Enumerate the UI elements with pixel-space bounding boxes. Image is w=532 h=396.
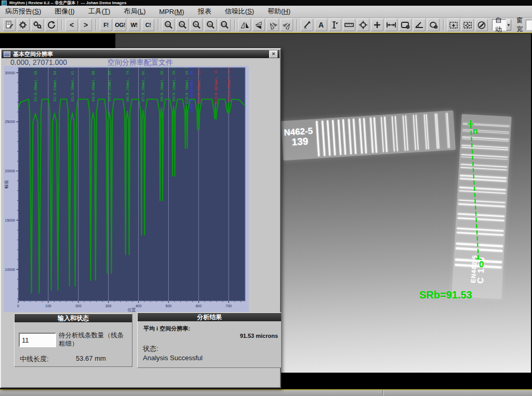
gear-run-icon bbox=[19, 20, 28, 30]
point-button[interactable] bbox=[370, 18, 384, 32]
zoom-3x-button[interactable]: 3x bbox=[190, 18, 203, 32]
menu-item-5[interactable]: 报表 bbox=[198, 7, 211, 16]
gauge-wire bbox=[342, 119, 346, 155]
svg-text:幅值: 幅值 bbox=[4, 180, 9, 188]
gauge-wire bbox=[381, 117, 384, 152]
svg-text:iSRb(0.09153mm), 20.0: iSRb(0.09153mm), 20.0 bbox=[190, 66, 194, 113]
window-preset-dropdown[interactable]: 自动 bbox=[492, 19, 506, 31]
angle-measure-button[interactable] bbox=[413, 18, 426, 32]
w-flag-label: W! bbox=[129, 22, 139, 28]
svg-text:15000: 15000 bbox=[5, 219, 16, 222]
flip-horizontal-icon bbox=[240, 21, 250, 30]
zoom-2x-button[interactable]: 2x bbox=[176, 18, 189, 32]
svg-text:700: 700 bbox=[225, 304, 232, 308]
svg-text:600: 600 bbox=[195, 304, 202, 308]
rotate-right-button[interactable] bbox=[280, 18, 294, 32]
gauge-wire bbox=[359, 118, 363, 154]
reset-button[interactable] bbox=[45, 18, 58, 32]
og-flag-button[interactable]: OG! bbox=[113, 18, 127, 32]
menu-item-7[interactable]: 帮助(H) bbox=[268, 7, 290, 16]
zoom-1to1-button[interactable]: 1:1 bbox=[218, 18, 231, 32]
cursor-coordinate-readout: 0.000, 27071.000 bbox=[10, 58, 67, 66]
gauge-wire bbox=[405, 115, 408, 151]
rectangle-roi-icon: i bbox=[401, 21, 410, 30]
svg-text:3x: 3x bbox=[194, 23, 197, 26]
flip-vertical-button[interactable] bbox=[252, 18, 265, 32]
dialog-close-button[interactable]: ✕ bbox=[269, 50, 278, 58]
probe-button[interactable] bbox=[328, 18, 342, 32]
rotate-left-button[interactable] bbox=[266, 18, 280, 32]
svg-text:20000: 20000 bbox=[5, 169, 16, 173]
gauge-wire bbox=[458, 203, 505, 207]
gauge-wire bbox=[459, 199, 506, 203]
window-level-auto-icon bbox=[463, 21, 473, 30]
vertical-gauge-wires bbox=[462, 114, 512, 117]
wl-region-button[interactable] bbox=[447, 18, 460, 32]
menu-item-6[interactable]: 信噪比(S) bbox=[225, 7, 254, 16]
svg-text:D10(0.10mm), 24.5: D10(0.10mm), 24.5 bbox=[185, 66, 189, 104]
arrow-annotation-icon: A bbox=[302, 20, 312, 30]
line-count-label: 待分析线条数量（线条粗细） bbox=[59, 332, 129, 348]
gauge-wire bbox=[316, 121, 320, 156]
svg-text:25000: 25000 bbox=[5, 120, 16, 124]
gauge-wire bbox=[458, 213, 504, 217]
new-report-button[interactable] bbox=[3, 18, 16, 32]
wl-off-button[interactable] bbox=[475, 18, 488, 32]
svg-text:A: A bbox=[318, 21, 324, 29]
window-preset-dropdown-arrow[interactable]: ▼ bbox=[506, 19, 511, 31]
chart-header-row: 0.000, 27071.000 空间分辨率配置文件 bbox=[1, 58, 280, 66]
menu-item-4[interactable]: MPR(M) bbox=[159, 8, 184, 16]
settings-button[interactable] bbox=[31, 18, 44, 32]
gauge-wire bbox=[459, 190, 506, 194]
circle-crosshair-icon bbox=[358, 20, 368, 30]
horizontal-gauge-wires bbox=[281, 111, 453, 121]
process-button[interactable] bbox=[17, 18, 30, 32]
zoom-fit-button[interactable]: 1x bbox=[204, 18, 217, 32]
gauge-wire bbox=[459, 187, 506, 191]
chevron-right-icon: > bbox=[84, 21, 88, 29]
svg-text:i: i bbox=[407, 25, 408, 29]
w-flag-button[interactable]: W! bbox=[127, 18, 141, 32]
distance-measure-button[interactable] bbox=[384, 18, 398, 32]
gauge-wire bbox=[348, 119, 352, 154]
svg-text:D3(0.50mm), 91.9: D3(0.50mm), 91.9 bbox=[71, 66, 75, 101]
previous-button[interactable]: < bbox=[65, 18, 78, 32]
svg-text:400: 400 bbox=[136, 304, 142, 308]
menu-item-0[interactable]: 病历报告(S) bbox=[5, 7, 41, 16]
dialog-title-bar[interactable]: 基本空间分辨率 bbox=[2, 50, 280, 58]
toolbar-accent-line bbox=[0, 32, 532, 33]
toolbar-separator bbox=[443, 19, 444, 31]
magnifier-icon: 1x bbox=[164, 20, 174, 30]
line-count-input[interactable]: 11 bbox=[19, 333, 56, 347]
next-button[interactable]: > bbox=[79, 18, 92, 32]
status-bar bbox=[0, 390, 532, 396]
ruler-button[interactable] bbox=[342, 18, 356, 32]
f-flag-button[interactable]: F! bbox=[99, 18, 113, 32]
menu-item-2[interactable]: 工具(T) bbox=[88, 7, 111, 16]
dialog-title: 基本空间分辨率 bbox=[13, 50, 53, 58]
magnifier-icon: 1:1 bbox=[220, 20, 230, 30]
rect-roi-button[interactable]: i bbox=[398, 18, 412, 32]
chevron-down-icon: ▼ bbox=[507, 23, 511, 28]
gauge-wire bbox=[363, 118, 367, 153]
target-button[interactable] bbox=[356, 18, 370, 32]
svg-text:1x: 1x bbox=[208, 23, 211, 26]
svg-text:1:1: 1:1 bbox=[221, 23, 226, 26]
freehand-roi-button[interactable]: i bbox=[427, 18, 440, 32]
menu-item-1[interactable]: 图像(I) bbox=[55, 7, 74, 16]
annotation-arrow-button[interactable]: A bbox=[300, 18, 314, 32]
text-annotation-button[interactable]: A bbox=[314, 18, 328, 32]
c-flag-button[interactable]: C! bbox=[141, 18, 155, 32]
gauge-wire bbox=[353, 119, 356, 154]
menu-item-3[interactable]: 布局(L) bbox=[124, 7, 145, 16]
rotate-left-icon bbox=[268, 21, 278, 30]
probe-marker-icon bbox=[331, 20, 339, 30]
status-bar-divider bbox=[382, 390, 383, 396]
wl-region2-button[interactable] bbox=[461, 18, 474, 32]
zoom-1x-button[interactable]: 1x bbox=[162, 18, 175, 32]
new-report-icon bbox=[5, 20, 14, 30]
flip-horizontal-button[interactable] bbox=[238, 18, 251, 32]
window-width-input[interactable] bbox=[526, 20, 532, 30]
svg-text:D6(0.25mm), 74.8: D6(0.25mm), 74.8 bbox=[126, 66, 130, 101]
flip-vertical-icon bbox=[254, 21, 264, 30]
